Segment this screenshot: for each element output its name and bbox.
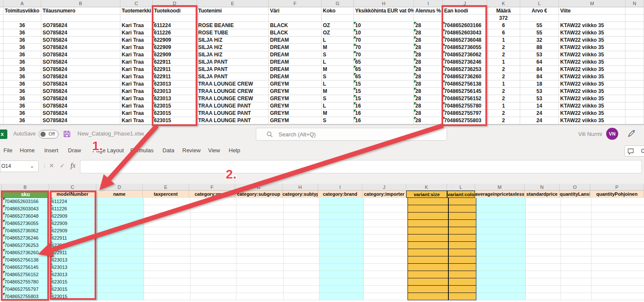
top-cell-C4[interactable]: Kari Traa [120, 22, 153, 29]
enter-icon[interactable]: ✓ [60, 162, 65, 169]
top-cell-B14[interactable]: SO785824 [41, 95, 120, 102]
bottom-cell-H5[interactable] [284, 220, 319, 227]
bottom-cell-J2[interactable] [364, 198, 408, 205]
bottom-cell-L5[interactable] [448, 220, 476, 227]
top-column-letter-D[interactable]: D [153, 0, 197, 7]
top-cell-L4[interactable]: 55 [520, 22, 559, 29]
top-column-header-Yksikköhinta EUR vat 0%[interactable]: Yksikköhinta EUR vat 0% [354, 7, 414, 15]
bottom-cell-K6[interactable] [408, 227, 448, 234]
top-cell-C15[interactable]: Kari Traa [120, 102, 153, 110]
top-cell-L17[interactable]: 24 [520, 117, 559, 124]
top-cell-A13[interactable]: 36 [3, 88, 41, 95]
top-cell-D9[interactable]: 622911 [153, 59, 197, 66]
top-cell-G12[interactable]: L [322, 80, 354, 88]
top-column-letter-L[interactable]: L [520, 0, 559, 7]
bottom-cell-J9[interactable] [364, 249, 408, 256]
top-cell-J11[interactable]: 7048652736260 [443, 73, 487, 80]
top-cell-B9[interactable]: SO785824 [41, 59, 120, 66]
bottom-column-letter-N[interactable]: N [524, 184, 560, 191]
bottom-cell-N8[interactable] [526, 242, 561, 249]
top-cell-B8[interactable]: SO785824 [41, 51, 120, 59]
top-cell-G4[interactable]: OZ [322, 22, 354, 29]
bottom-column-header-sku[interactable]: sku [2, 191, 49, 198]
top-cell[interactable] [0, 51, 3, 59]
bottom-cell-C10[interactable]: 623013 [50, 256, 98, 264]
bottom-cell-I6[interactable] [319, 227, 364, 234]
top-cell-M17[interactable]: KTAW22 viikko 35 [559, 117, 626, 124]
top-cell-N5[interactable] [626, 29, 644, 37]
top-cell-L8[interactable]: 53 [520, 51, 559, 59]
top-cell-M7[interactable]: KTAW22 viikko 35 [559, 44, 626, 51]
top-column-letter-I[interactable]: I [414, 0, 443, 7]
top-cell[interactable] [153, 15, 197, 22]
top-cell-H8[interactable]: 70 [354, 51, 414, 59]
menu-tab-insert[interactable]: Insert [44, 147, 58, 154]
bottom-cell-D10[interactable] [98, 256, 144, 264]
top-cell-G17[interactable]: S [322, 117, 354, 124]
top-cell-F13[interactable]: GREYM [269, 88, 322, 95]
top-column-letter-M[interactable]: M [559, 0, 626, 7]
top-cell-H12[interactable]: 15 [354, 80, 414, 88]
maara-total-cell[interactable]: 372 [487, 15, 520, 22]
top-cell[interactable] [197, 15, 269, 22]
bottom-cell-I4[interactable] [319, 213, 364, 220]
bottom-cell-N4[interactable] [526, 213, 561, 220]
bottom-cell-L2[interactable] [448, 198, 476, 205]
bottom-cell-C7[interactable]: 622911 [50, 234, 98, 242]
top-cell-L13[interactable]: 53 [520, 88, 559, 95]
bottom-cell-J4[interactable] [364, 213, 408, 220]
save-icon[interactable] [63, 130, 71, 139]
bottom-cell-L7[interactable] [448, 234, 476, 242]
bottom-cell-O6[interactable] [561, 227, 592, 234]
bottom-cell-C8[interactable]: 622911 [50, 242, 98, 249]
top-column-header-Väri[interactable]: Väri [269, 7, 322, 15]
top-cell-N16[interactable] [626, 110, 644, 117]
bottom-cell-I12[interactable] [319, 271, 364, 278]
top-column-header-Toimitusviikko[interactable]: Toimitusviikko [3, 7, 41, 15]
bottom-cell-M11[interactable] [476, 264, 526, 271]
bottom-cell-N13[interactable] [526, 278, 561, 286]
top-column-header-Tuotekoodi[interactable]: Tuotekoodi [153, 7, 197, 15]
top-column-header-N[interactable] [626, 7, 644, 15]
bottom-column-letter-K[interactable]: K [406, 184, 447, 191]
menu-tab-help[interactable]: Help [229, 147, 240, 154]
bottom-column-header-variant-color[interactable]: variant:color [447, 191, 475, 198]
bottom-column-letter-P[interactable]: P [590, 184, 644, 191]
bottom-cell-G13[interactable] [236, 278, 284, 286]
top-cell-J8[interactable]: 7048652736062 [443, 51, 487, 59]
top-cell-J5[interactable]: 7048652603043 [443, 29, 487, 37]
top-cell-M5[interactable]: KTAW22 viikko 35 [559, 29, 626, 37]
bottom-cell[interactable] [0, 249, 3, 256]
top-cell-L7[interactable]: 88 [520, 44, 559, 51]
top-cell-D13[interactable]: 623013 [153, 88, 197, 95]
menu-tab-home[interactable]: Home [20, 147, 35, 154]
bottom-cell[interactable] [0, 271, 3, 278]
top-cell[interactable] [0, 22, 3, 29]
top-cell-A7[interactable]: 36 [3, 44, 41, 51]
bottom-cell-K7[interactable] [408, 234, 448, 242]
menu-tab-page-layout[interactable]: Page Layout [92, 147, 124, 154]
bottom-cell-O4[interactable] [561, 213, 592, 220]
bottom-cell-M7[interactable] [476, 234, 526, 242]
top-cell[interactable] [269, 15, 322, 22]
top-cell-M15[interactable]: KTAW22 viikko 35 [559, 102, 626, 110]
bottom-cell-M8[interactable] [476, 242, 526, 249]
ink-pen-icon[interactable] [627, 129, 636, 140]
bottom-column-header-averageinpricetaxless[interactable]: averageinpricetaxless [475, 191, 524, 198]
bottom-cell-P8[interactable] [592, 242, 644, 249]
bottom-column-header-name[interactable]: name [96, 191, 143, 198]
bottom-cell-N7[interactable] [526, 234, 561, 242]
top-cell-D17[interactable]: 623015 [153, 117, 197, 124]
top-cell-K6[interactable]: 1 [487, 37, 520, 44]
top-cell-C7[interactable]: Kari Traa [120, 44, 153, 51]
top-cell-I6[interactable]: 28 [414, 37, 443, 44]
top-cell-G16[interactable]: M [322, 110, 354, 117]
top-cell-D7[interactable]: 622909 [153, 44, 197, 51]
top-cell-A5[interactable]: 36 [3, 29, 41, 37]
top-cell-B7[interactable]: SO785824 [41, 44, 120, 51]
top-cell-K11[interactable]: 2 [487, 73, 520, 80]
bottom-cell-B4[interactable]: 7048652736048 [3, 213, 50, 220]
top-cell[interactable] [0, 80, 3, 88]
bottom-cell-M15[interactable] [476, 293, 526, 300]
top-cell-M4[interactable]: KTAW22 viikko 35 [559, 22, 626, 29]
